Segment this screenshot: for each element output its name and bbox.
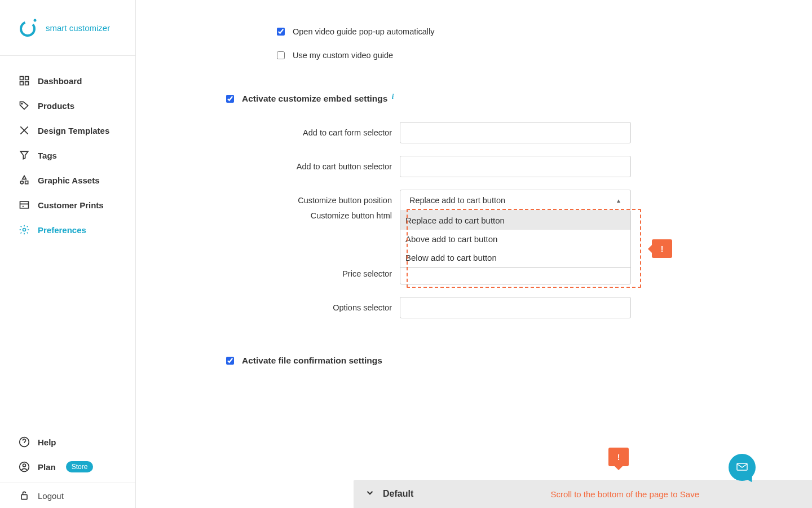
accordion-title: Default	[383, 489, 413, 499]
activate-embed-checkbox[interactable]	[226, 95, 234, 103]
svg-rect-15	[737, 463, 747, 470]
dropdown-option-below[interactable]: Below add to cart button	[400, 248, 630, 267]
sidebar-item-help[interactable]: Help	[0, 430, 135, 454]
dropdown-option-above[interactable]: Above add to cart button	[400, 230, 630, 248]
plan-badge: Store	[66, 461, 94, 472]
svg-point-1	[34, 19, 37, 22]
open-video-label: Open video guide pop-up automatically	[293, 27, 435, 36]
svg-rect-8	[25, 181, 28, 184]
options-selector-input[interactable]	[400, 297, 631, 318]
help-icon	[19, 436, 30, 448]
shapes-icon	[19, 174, 30, 186]
cart-button-row: Add to cart button selector	[226, 156, 812, 177]
price-selector-label: Price selector	[226, 269, 400, 278]
button-position-selected: Replace add to cart button	[409, 196, 505, 205]
sidebar-item-graphic-assets[interactable]: Graphic Assets	[0, 168, 135, 192]
sidebar-item-label: Preferences	[38, 225, 86, 235]
svg-point-0	[19, 19, 37, 37]
cart-form-label: Add to cart form selector	[226, 128, 400, 137]
custom-video-label: Use my custom video guide	[293, 51, 393, 60]
open-video-row: Open video guide pop-up automatically	[277, 27, 812, 36]
sidebar-item-label: Products	[38, 101, 74, 111]
chat-fab[interactable]	[729, 454, 756, 481]
save-marker: !	[608, 448, 629, 466]
sidebar-item-label: Logout	[38, 491, 64, 501]
user-icon	[19, 461, 30, 472]
button-position-row: Customize button position Replace add to…	[226, 190, 812, 211]
svg-rect-3	[25, 77, 29, 80]
save-hint: Scroll to the bottom of the page to Save	[551, 489, 700, 499]
main-content: Open video guide pop-up automatically Us…	[136, 0, 812, 508]
sidebar-item-tags[interactable]: Tags	[0, 143, 135, 168]
sidebar-item-label: Design Templates	[38, 126, 109, 135]
sidebar-item-label: Plan	[38, 462, 56, 472]
sidebar-item-preferences[interactable]: Preferences	[0, 217, 135, 242]
svg-point-6	[21, 103, 23, 104]
activate-embed-row: Activate customize embed settings i	[226, 94, 812, 104]
sidebar: smart customizer Dashboard Products Desi…	[0, 0, 136, 508]
sidebar-item-label: Customer Prints	[38, 200, 104, 210]
svg-point-10	[23, 229, 26, 231]
button-position-label: Customize button position	[226, 196, 400, 205]
activate-embed-label: Activate customize embed settings i	[242, 94, 394, 104]
highlight-marker: !	[652, 239, 672, 258]
svg-point-7	[20, 181, 23, 184]
tag-icon	[19, 100, 30, 111]
activate-file-checkbox[interactable]	[226, 357, 234, 365]
svg-rect-2	[20, 77, 24, 80]
caret-up-icon: ▲	[616, 198, 621, 204]
sidebar-item-design-templates[interactable]: Design Templates	[0, 118, 135, 143]
button-position-select[interactable]: Replace add to cart button ▲	[400, 190, 631, 211]
button-position-select-wrap: Replace add to cart button ▲ Replace add…	[400, 190, 631, 211]
info-icon[interactable]: i	[392, 92, 394, 100]
cart-button-input[interactable]	[400, 156, 631, 177]
activate-file-label: Activate file confirmation settings	[242, 356, 382, 366]
sidebar-item-label: Dashboard	[38, 76, 82, 86]
svg-rect-9	[20, 202, 29, 208]
dashboard-icon	[19, 75, 30, 86]
svg-point-13	[23, 464, 26, 467]
prints-icon	[19, 199, 30, 211]
custom-video-checkbox[interactable]	[277, 51, 285, 59]
cart-form-input[interactable]	[400, 122, 631, 143]
funnel-icon	[19, 150, 30, 161]
design-icon	[19, 125, 30, 136]
chevron-down-icon	[365, 488, 375, 500]
svg-rect-14	[21, 494, 27, 499]
nav-list: Dashboard Products Design Templates Tags…	[0, 56, 135, 426]
sidebar-item-label: Graphic Assets	[38, 176, 100, 185]
sidebar-item-plan[interactable]: Plan Store	[0, 454, 135, 479]
activate-file-row: Activate file confirmation settings	[226, 356, 812, 366]
sidebar-bottom: Help Plan Store Logout	[0, 426, 135, 508]
brand-logo-icon	[19, 18, 38, 37]
options-selector-row: Options selector	[226, 297, 812, 318]
brand-logo-area[interactable]: smart customizer	[0, 0, 135, 56]
brand-name: smart customizer	[46, 23, 110, 33]
custom-video-row: Use my custom video guide	[277, 51, 812, 60]
gear-icon	[19, 224, 30, 235]
cart-button-label: Add to cart button selector	[226, 162, 400, 171]
button-position-dropdown: Replace add to cart button Above add to …	[400, 211, 631, 268]
cart-form-row: Add to cart form selector	[226, 122, 812, 143]
mail-icon	[735, 460, 749, 475]
sidebar-item-products[interactable]: Products	[0, 93, 135, 118]
open-video-checkbox[interactable]	[277, 28, 285, 36]
sidebar-item-label: Help	[38, 437, 56, 447]
svg-rect-4	[20, 82, 24, 85]
button-html-label: Customize button html	[226, 211, 400, 220]
options-selector-label: Options selector	[226, 303, 400, 312]
sidebar-item-dashboard[interactable]: Dashboard	[0, 68, 135, 93]
sidebar-item-customer-prints[interactable]: Customer Prints	[0, 192, 135, 217]
sidebar-item-logout[interactable]: Logout	[0, 483, 135, 508]
svg-rect-5	[25, 82, 29, 85]
sidebar-item-label: Tags	[38, 151, 57, 160]
logout-icon	[19, 490, 30, 501]
dropdown-option-replace[interactable]: Replace add to cart button	[400, 211, 630, 230]
